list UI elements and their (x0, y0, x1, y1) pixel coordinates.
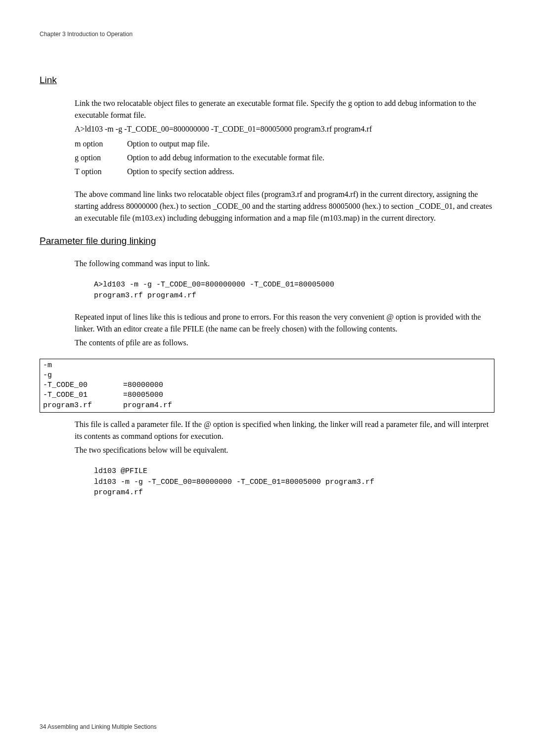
pf-intro: The following command was input to link. (75, 258, 494, 270)
link-command-text: A>ld103 -m -g -T_CODE_00=800000000 -T_CO… (75, 123, 494, 135)
paramfile-section-title: Parameter file during linking (40, 234, 494, 248)
pf-para5: The two specifications below will be equ… (75, 444, 494, 456)
pf-para2: Repeated input of lines like this is ted… (75, 311, 494, 335)
option-t-name: T option (75, 165, 127, 179)
page-footer: 34 Assembling and Linking Multiple Secti… (40, 722, 157, 731)
option-g-desc: Option to add debug information to the e… (127, 151, 324, 165)
link-intro-block: Link the two relocatable object files to… (75, 97, 494, 179)
link-section-title: Link (40, 73, 494, 88)
pf-para4: This file is called a parameter file. If… (75, 419, 494, 442)
link-explanation: The above command line links two relocat… (75, 189, 494, 224)
pf-para3: The contents of pfile are as follows. (75, 337, 494, 349)
option-table: m option Option to output map file. g op… (75, 137, 324, 179)
link-intro-text: Link the two relocatable object files to… (75, 97, 494, 121)
pf-code-block-2: ld103 @PFILE ld103 -m -g -T_CODE_00=8000… (94, 466, 494, 498)
option-t-desc: Option to specify section address. (127, 165, 324, 179)
option-row-g: g option Option to add debug information… (75, 151, 324, 165)
option-row-t: T option Option to specify section addre… (75, 165, 324, 179)
option-row-m: m option Option to output map file. (75, 137, 324, 151)
option-m-name: m option (75, 137, 127, 151)
pf-code-block-1: A>ld103 -m -g -T_CODE_00=800000000 -T_CO… (94, 280, 494, 301)
page-header: Chapter 3 Introduction to Operation (40, 30, 494, 39)
option-m-desc: Option to output map file. (127, 137, 324, 151)
pfile-contents-box: -m -g -T_CODE_00 =80000000 -T_CODE_01 =8… (40, 359, 494, 413)
option-g-name: g option (75, 151, 127, 165)
